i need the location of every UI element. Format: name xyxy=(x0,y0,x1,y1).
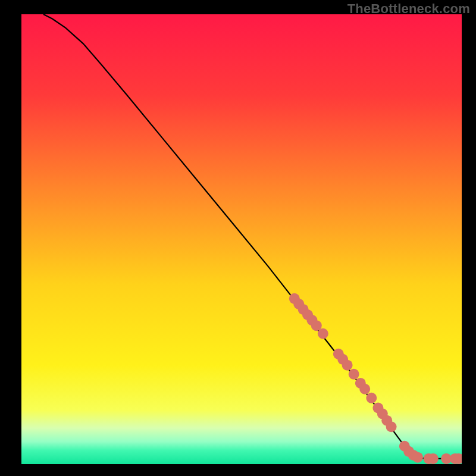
data-marker xyxy=(386,421,397,432)
data-marker xyxy=(412,452,423,463)
chart-plot xyxy=(21,14,462,464)
chart-container: TheBottleneck.com xyxy=(0,0,476,476)
data-marker xyxy=(428,453,439,464)
data-marker xyxy=(349,369,359,380)
gradient-background xyxy=(21,14,462,464)
data-marker xyxy=(366,393,377,403)
data-marker xyxy=(342,360,353,371)
data-marker xyxy=(359,384,370,394)
data-marker xyxy=(318,328,328,339)
